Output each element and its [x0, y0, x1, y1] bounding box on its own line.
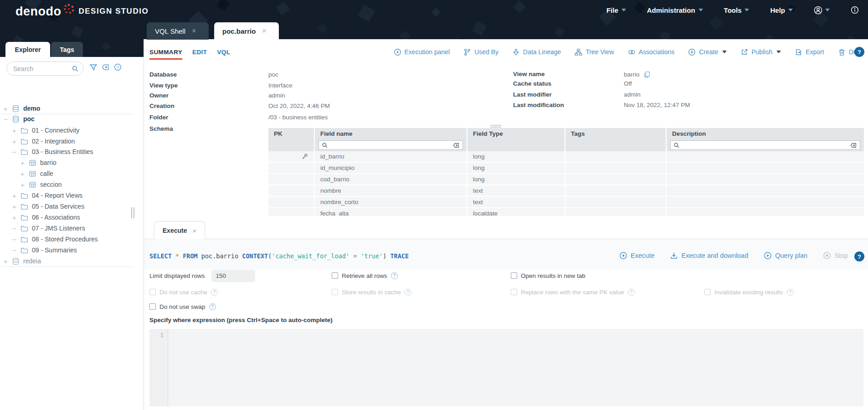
execute-help-button[interactable]: ?: [854, 251, 864, 261]
collapse-icon[interactable]: −: [11, 225, 17, 232]
expand-icon[interactable]: +: [20, 181, 26, 189]
field-name-filter[interactable]: [318, 140, 463, 150]
copy-icon[interactable]: [643, 71, 651, 78]
collapse-icon[interactable]: −: [11, 246, 17, 254]
field-name-filter-input[interactable]: [331, 142, 450, 149]
tree-item-07-jms-listeners[interactable]: − 07 - JMS Listeners: [0, 223, 137, 234]
search-input[interactable]: [13, 65, 72, 72]
tree-item-redeia[interactable]: + redeia: [0, 256, 137, 266]
execute-button[interactable]: Execute: [619, 251, 654, 260]
where-expression-editor[interactable]: 1: [149, 329, 863, 406]
backspace-icon[interactable]: [850, 142, 857, 149]
expand-icon[interactable]: +: [20, 159, 26, 167]
tree-item-barrio[interactable]: + barrio: [0, 157, 137, 168]
field-value: Nov 18, 2022, 12:47 PM: [624, 102, 690, 108]
create-button[interactable]: Create: [688, 48, 727, 56]
tree-item-09-summaries[interactable]: − 09 - Summaries: [0, 245, 137, 256]
tree-view-button[interactable]: Tree View: [575, 48, 614, 56]
tree-item-04-report-views[interactable]: + 04 - Report Views: [0, 190, 137, 201]
panel-resize-handle[interactable]: [490, 125, 501, 128]
help-icon[interactable]: ?: [211, 289, 218, 296]
menu-file[interactable]: File: [606, 6, 626, 14]
tree-item-demo[interactable]: + demo: [0, 103, 137, 114]
stop-button[interactable]: Stop: [823, 251, 848, 260]
tab-summary[interactable]: SUMMARY: [149, 49, 182, 60]
expand-icon[interactable]: +: [11, 138, 17, 145]
query-plan-button[interactable]: Query plan: [764, 251, 807, 260]
checkbox[interactable]: [149, 303, 156, 310]
summary-help-button[interactable]: ?: [854, 47, 864, 57]
expand-icon[interactable]: +: [20, 170, 26, 178]
tab-explorer[interactable]: Explorer: [5, 42, 50, 57]
limit-rows-input[interactable]: [211, 270, 255, 282]
expand-icon[interactable]: +: [11, 203, 17, 210]
table-row[interactable]: nombre text: [268, 185, 864, 197]
associations-button[interactable]: Associations: [628, 48, 675, 56]
used-by-button[interactable]: Used By: [463, 48, 498, 56]
editor-line-number: 1: [149, 329, 168, 406]
expand-icon[interactable]: +: [3, 105, 9, 113]
help-icon[interactable]: ?: [787, 289, 794, 296]
menu-help[interactable]: Help: [770, 6, 793, 14]
expand-icon[interactable]: +: [11, 214, 17, 221]
execution-panel-button[interactable]: Execution panel: [394, 48, 450, 56]
tab-edit[interactable]: EDIT: [192, 49, 207, 56]
filter-button[interactable]: [89, 63, 98, 72]
field-type-cell: text: [467, 185, 565, 196]
close-icon[interactable]: ×: [192, 227, 196, 235]
about-info-button[interactable]: [851, 6, 859, 14]
clear-search-button[interactable]: [101, 63, 110, 71]
table-row[interactable]: id_barrio long: [268, 151, 864, 163]
table-row[interactable]: fecha_alta localdate: [268, 208, 864, 216]
user-account-menu[interactable]: [814, 6, 830, 15]
export-button[interactable]: Export: [795, 48, 824, 56]
close-icon[interactable]: ×: [262, 27, 266, 35]
table-row[interactable]: nombre_corto text: [268, 197, 864, 208]
expand-icon[interactable]: +: [3, 257, 9, 265]
execute-and-download-button[interactable]: Execute and download: [670, 251, 748, 260]
checkbox[interactable]: [332, 272, 338, 279]
retrieve-all-rows-checkbox[interactable]: Retrieve all rows ?: [332, 271, 398, 280]
sidebar-search[interactable]: [6, 62, 84, 76]
tree-item-poc[interactable]: − poc: [0, 113, 137, 124]
menu-tools[interactable]: Tools: [724, 6, 750, 14]
backspace-icon[interactable]: [452, 142, 460, 149]
tree-item-08-stored-procedures[interactable]: − 08 - Stored Procedures: [0, 234, 137, 245]
search-help-button[interactable]: ?: [114, 63, 122, 71]
tree-item-06-associations[interactable]: + 06 - Associations: [0, 212, 137, 223]
help-icon[interactable]: ?: [209, 303, 216, 310]
collapse-icon[interactable]: −: [3, 115, 9, 123]
tab-vql-shell[interactable]: VQL Shell ×: [147, 22, 209, 40]
menu-administration[interactable]: Administration: [647, 6, 703, 14]
tree-item-05-data-services[interactable]: + 05 - Data Services: [0, 201, 137, 212]
open-results-new-tab-checkbox[interactable]: Open results in new tab: [511, 271, 586, 280]
tree-item-02-integration[interactable]: + 02 - Integration: [0, 136, 137, 147]
editor-text-area[interactable]: [168, 329, 863, 406]
table-row[interactable]: cod_barrio long: [268, 174, 864, 185]
collapse-icon[interactable]: −: [11, 236, 17, 243]
help-icon[interactable]: ?: [628, 289, 635, 296]
help-icon[interactable]: ?: [391, 272, 398, 279]
expand-icon[interactable]: +: [11, 127, 17, 134]
do-not-use-swap-checkbox[interactable]: Do not use swap ?: [149, 302, 216, 311]
tree-item-01-connectivity[interactable]: + 01 - Connectivity: [0, 125, 137, 136]
sidebar-resize-handle[interactable]: [131, 207, 134, 218]
invalidate-existing-results-label: Invalidate existing results: [714, 289, 783, 296]
table-row[interactable]: id_municipio long: [268, 163, 864, 174]
tab-tags[interactable]: Tags: [51, 42, 83, 57]
tab-execute[interactable]: Execute ×: [154, 221, 205, 239]
tab-poc-barrio[interactable]: poc.barrio ×: [214, 22, 279, 40]
checkbox[interactable]: [511, 272, 517, 279]
description-filter[interactable]: [670, 140, 860, 150]
expand-icon[interactable]: +: [11, 192, 17, 200]
tree-item-03-business-entities[interactable]: − 03 - Business Entities: [0, 146, 137, 157]
description-filter-input[interactable]: [683, 142, 847, 149]
data-lineage-button[interactable]: Data Lineage: [512, 48, 561, 56]
tab-vql[interactable]: VQL: [217, 49, 230, 56]
publish-button[interactable]: Publish: [740, 48, 781, 56]
collapse-icon[interactable]: −: [11, 148, 17, 156]
help-icon[interactable]: ?: [405, 289, 411, 296]
tree-item-seccion[interactable]: + seccion: [0, 179, 137, 190]
tree-item-calle[interactable]: + calle: [0, 168, 137, 179]
close-icon[interactable]: ×: [192, 27, 196, 35]
